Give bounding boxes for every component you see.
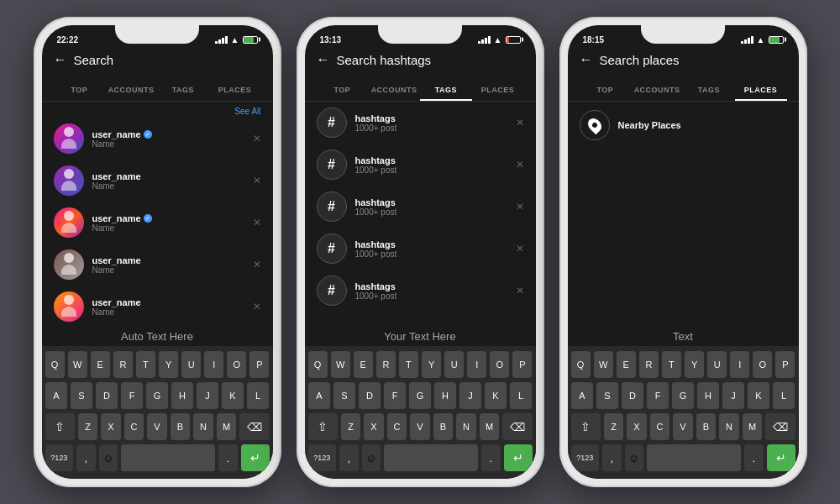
- tab-top-3[interactable]: TOP: [580, 81, 632, 101]
- tab-top-2[interactable]: TOP: [317, 81, 369, 101]
- comma-key-3[interactable]: ,: [602, 444, 621, 471]
- back-button-3[interactable]: ←: [580, 52, 593, 67]
- delete-key-3[interactable]: ⌫: [765, 413, 795, 440]
- key-x[interactable]: X: [101, 413, 121, 440]
- delete-key[interactable]: ⌫: [239, 413, 269, 440]
- space-key[interactable]: [121, 444, 215, 471]
- tab-places-3[interactable]: PLACES: [735, 81, 787, 101]
- dot-key-2[interactable]: .: [481, 444, 500, 471]
- delete-key-2[interactable]: ⌫: [502, 413, 532, 440]
- key-r3[interactable]: R: [639, 351, 659, 378]
- key-x2[interactable]: X: [364, 413, 384, 440]
- key-g[interactable]: G: [146, 382, 168, 409]
- key-w2[interactable]: W: [331, 351, 350, 378]
- close-1[interactable]: ✕: [253, 133, 261, 144]
- key-p2[interactable]: P: [512, 351, 532, 378]
- see-all-1[interactable]: See All: [42, 102, 273, 118]
- tab-places-1[interactable]: PLACES: [209, 81, 261, 101]
- key-o2[interactable]: O: [490, 351, 509, 378]
- key-p[interactable]: P: [249, 351, 269, 378]
- key-t2[interactable]: T: [399, 351, 418, 378]
- num-key-3[interactable]: ?123: [571, 444, 600, 471]
- key-j3[interactable]: J: [722, 382, 744, 409]
- key-n3[interactable]: N: [719, 413, 739, 440]
- emoji-key-3[interactable]: ☺: [625, 444, 643, 471]
- key-l3[interactable]: L: [773, 382, 795, 409]
- comma-key[interactable]: ,: [76, 444, 95, 471]
- key-u[interactable]: U: [181, 351, 201, 378]
- key-j[interactable]: J: [197, 382, 218, 409]
- key-i[interactable]: I: [204, 351, 223, 378]
- key-k2[interactable]: K: [485, 382, 507, 409]
- close-3[interactable]: ✕: [253, 217, 261, 228]
- key-w[interactable]: W: [68, 351, 87, 378]
- close-4[interactable]: ✕: [253, 259, 261, 270]
- key-b2[interactable]: B: [433, 413, 454, 440]
- dot-key[interactable]: .: [218, 444, 237, 471]
- tab-tags-3[interactable]: TAGS: [683, 81, 735, 101]
- key-q3[interactable]: Q: [571, 351, 591, 378]
- key-z[interactable]: Z: [78, 413, 98, 440]
- key-h3[interactable]: H: [697, 382, 719, 409]
- key-s[interactable]: S: [71, 382, 92, 409]
- space-key-2[interactable]: [384, 444, 478, 471]
- tab-accounts-3[interactable]: ACCOUNTS: [631, 81, 683, 101]
- key-o[interactable]: O: [227, 351, 246, 378]
- key-q2[interactable]: Q: [308, 351, 328, 378]
- key-e2[interactable]: E: [354, 351, 373, 378]
- key-m2[interactable]: M: [480, 413, 500, 440]
- key-t3[interactable]: T: [662, 351, 681, 378]
- key-c2[interactable]: C: [387, 413, 407, 440]
- key-g3[interactable]: G: [672, 382, 694, 409]
- key-v2[interactable]: V: [410, 413, 430, 440]
- key-m[interactable]: M: [217, 413, 237, 440]
- key-y[interactable]: Y: [159, 351, 178, 378]
- key-b[interactable]: B: [171, 413, 191, 440]
- shift-key-2[interactable]: ⇧: [308, 413, 338, 440]
- key-a3[interactable]: A: [571, 382, 593, 409]
- emoji-key-2[interactable]: ☺: [362, 444, 381, 471]
- num-key-2[interactable]: ?123: [308, 444, 337, 471]
- key-h2[interactable]: H: [434, 382, 456, 409]
- key-d[interactable]: D: [96, 382, 118, 409]
- key-w3[interactable]: W: [594, 351, 613, 378]
- key-t[interactable]: T: [136, 351, 155, 378]
- key-n[interactable]: N: [193, 413, 213, 440]
- key-a2[interactable]: A: [308, 382, 330, 409]
- key-s3[interactable]: S: [596, 382, 618, 409]
- key-d2[interactable]: D: [359, 382, 381, 409]
- key-x3[interactable]: X: [627, 413, 647, 440]
- shift-key[interactable]: ⇧: [45, 413, 75, 440]
- key-e3[interactable]: E: [617, 351, 636, 378]
- key-d3[interactable]: D: [622, 382, 643, 409]
- tab-accounts-1[interactable]: ACCOUNTS: [105, 81, 157, 101]
- key-v[interactable]: V: [147, 413, 167, 440]
- tab-tags-2[interactable]: TAGS: [420, 81, 472, 101]
- key-q[interactable]: Q: [45, 351, 65, 378]
- key-f2[interactable]: F: [384, 382, 406, 409]
- back-button-1[interactable]: ←: [54, 52, 67, 67]
- key-p3[interactable]: P: [775, 351, 795, 378]
- tab-accounts-2[interactable]: ACCOUNTS: [368, 81, 420, 101]
- key-r2[interactable]: R: [376, 351, 396, 378]
- key-a[interactable]: A: [45, 382, 67, 409]
- key-y2[interactable]: Y: [422, 351, 441, 378]
- tab-places-2[interactable]: PLACES: [472, 81, 524, 101]
- key-s2[interactable]: S: [333, 382, 355, 409]
- hash-close-2[interactable]: ✕: [516, 159, 524, 171]
- return-key-3[interactable]: ↵: [767, 444, 795, 471]
- tab-top-1[interactable]: TOP: [54, 81, 106, 101]
- key-b3[interactable]: B: [696, 413, 717, 440]
- hash-close-1[interactable]: ✕: [516, 117, 524, 129]
- key-c[interactable]: C: [124, 413, 144, 440]
- key-h[interactable]: H: [171, 382, 193, 409]
- dot-key-3[interactable]: .: [744, 444, 763, 471]
- close-5[interactable]: ✕: [253, 301, 261, 312]
- return-key[interactable]: ↵: [241, 444, 270, 471]
- key-k[interactable]: K: [222, 382, 244, 409]
- key-n2[interactable]: N: [456, 413, 476, 440]
- shift-key-3[interactable]: ⇧: [571, 413, 601, 440]
- key-f3[interactable]: F: [647, 382, 669, 409]
- return-key-2[interactable]: ↵: [504, 444, 533, 471]
- key-z2[interactable]: Z: [341, 413, 361, 440]
